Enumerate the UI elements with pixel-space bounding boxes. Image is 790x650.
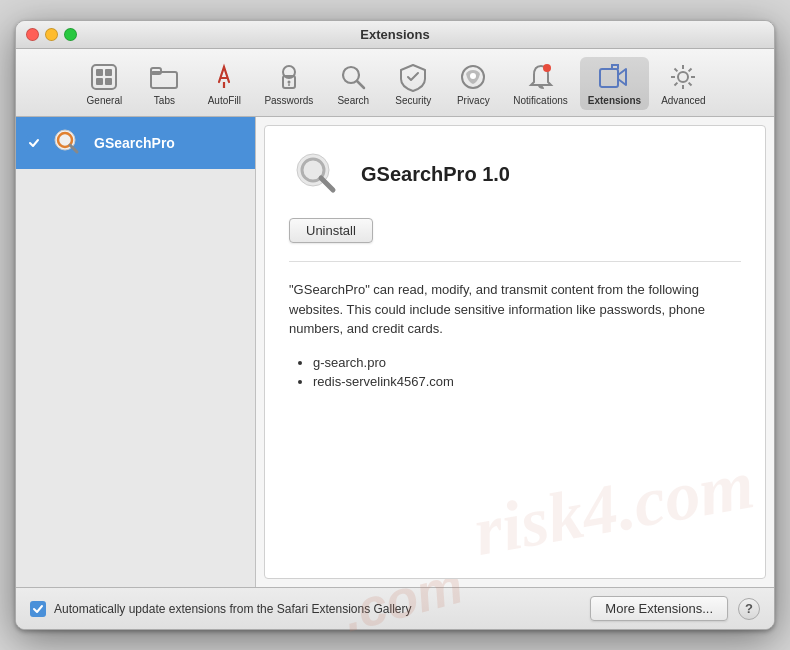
svg-rect-17 (600, 69, 618, 87)
auto-update-checkbox[interactable] (30, 601, 46, 617)
main-panel: GSearchPro 1.0 Uninstall "GSearchPro" ca… (264, 125, 766, 579)
uninstall-button[interactable]: Uninstall (289, 218, 373, 243)
toolbar-item-extensions[interactable]: Extensions (580, 57, 649, 110)
extension-header: GSearchPro 1.0 (289, 146, 741, 202)
svg-line-24 (689, 83, 692, 86)
svg-point-16 (543, 64, 551, 72)
content-area: GSearchPro risk4.com GSearchPro 1.0 Unin… (16, 117, 774, 587)
search-label: Search (337, 95, 369, 106)
footer: Automatically update extensions from the… (16, 587, 774, 629)
svg-point-10 (287, 81, 290, 84)
toolbar-item-autofill[interactable]: AutoFill (196, 57, 252, 110)
security-icon (397, 61, 429, 93)
general-icon (88, 61, 120, 93)
toolbar-item-search[interactable]: Search (325, 57, 381, 110)
svg-line-32 (321, 178, 333, 190)
svg-rect-4 (105, 78, 112, 85)
advanced-icon (667, 61, 699, 93)
svg-rect-1 (96, 69, 103, 76)
passwords-icon (273, 61, 305, 93)
minimize-button[interactable] (45, 28, 58, 41)
autofill-icon (208, 61, 240, 93)
extension-name: GSearchPro 1.0 (361, 163, 510, 186)
security-label: Security (395, 95, 431, 106)
toolbar-item-advanced[interactable]: Advanced (653, 57, 713, 110)
preferences-window: Extensions General (15, 20, 775, 630)
tabs-icon (148, 61, 180, 93)
svg-line-25 (689, 69, 692, 72)
more-extensions-button[interactable]: More Extensions... (590, 596, 728, 621)
website-item-2: redis-servelink4567.com (313, 374, 741, 389)
uninstall-section: Uninstall (289, 218, 741, 262)
extension-main-icon (289, 146, 345, 202)
general-label: General (87, 95, 123, 106)
extensions-icon (598, 61, 630, 93)
autofill-label: AutoFill (208, 95, 241, 106)
search-toolbar-icon (337, 61, 369, 93)
toolbar: General Tabs AutoFill (16, 49, 774, 117)
svg-rect-0 (92, 65, 116, 89)
svg-point-18 (678, 72, 688, 82)
svg-rect-2 (105, 69, 112, 76)
title-bar: Extensions (16, 21, 774, 49)
close-button[interactable] (26, 28, 39, 41)
svg-rect-3 (96, 78, 103, 85)
gsearchpro-label: GSearchPro (94, 135, 175, 151)
toolbar-item-notifications[interactable]: Notifications (505, 57, 575, 110)
notifications-label: Notifications (513, 95, 567, 106)
svg-line-26 (675, 83, 678, 86)
maximize-button[interactable] (64, 28, 77, 41)
toolbar-item-security[interactable]: Security (385, 57, 441, 110)
help-button[interactable]: ? (738, 598, 760, 620)
sidebar-item-gsearchpro[interactable]: GSearchPro (16, 117, 255, 169)
extensions-label: Extensions (588, 95, 641, 106)
toolbar-item-privacy[interactable]: Privacy (445, 57, 501, 110)
sidebar-watermark: risk4.com (16, 410, 256, 587)
svg-line-13 (357, 81, 364, 88)
extension-description: "GSearchPro" can read, modify, and trans… (289, 280, 741, 339)
gsearchpro-sidebar-icon (50, 125, 86, 161)
notifications-icon (525, 61, 557, 93)
tabs-label: Tabs (154, 95, 175, 106)
website-item-1: g-search.pro (313, 355, 741, 370)
svg-line-23 (675, 69, 678, 72)
window-title: Extensions (360, 27, 429, 42)
auto-update-wrapper: Automatically update extensions from the… (30, 601, 580, 617)
toolbar-item-tabs[interactable]: Tabs (136, 57, 192, 110)
privacy-icon (457, 61, 489, 93)
privacy-label: Privacy (457, 95, 490, 106)
auto-update-label: Automatically update extensions from the… (54, 602, 412, 616)
passwords-label: Passwords (264, 95, 313, 106)
sidebar: GSearchPro risk4.com (16, 117, 256, 587)
advanced-label: Advanced (661, 95, 705, 106)
traffic-lights (26, 28, 77, 41)
svg-point-15 (470, 73, 476, 79)
extension-checkbox[interactable] (26, 135, 42, 151)
main-watermark: risk4.com (468, 444, 760, 572)
toolbar-item-passwords[interactable]: Passwords (256, 57, 321, 110)
website-list: g-search.pro redis-servelink4567.com (289, 355, 741, 389)
toolbar-item-general[interactable]: General (76, 57, 132, 110)
